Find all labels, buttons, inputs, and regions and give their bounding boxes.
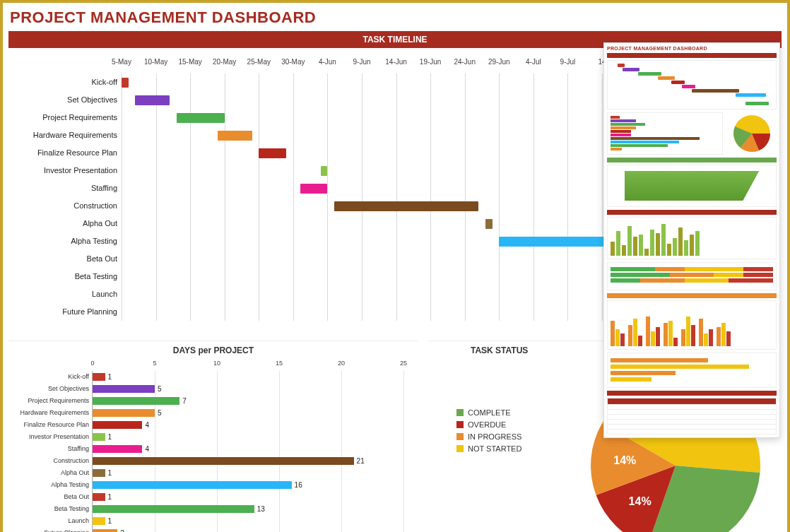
gantt-tick: 4-Jul (526, 58, 541, 66)
swatch-complete (456, 409, 464, 416)
days-tick: 5 (153, 360, 156, 367)
gantt-tick: 15-May (178, 58, 201, 66)
gantt-task-label: Beta Out (8, 250, 122, 268)
page-title: PROJECT MANAGEMENT DASHBOARD (8, 7, 782, 31)
days-task-label: Beta Out (8, 491, 92, 503)
thumb-band-4 (607, 293, 777, 298)
days-tick: 25 (400, 360, 407, 367)
days-value: 4 (145, 445, 149, 453)
gantt-task-label: Project Requirements (8, 109, 122, 126)
pie-label-overdue: 14% (629, 495, 652, 507)
thumb-band-3 (607, 210, 777, 215)
gantt-bar (218, 131, 252, 141)
legend-inprogress-label: IN PROGRESS (468, 432, 521, 441)
days-value: 2 (120, 529, 124, 532)
gantt-task-label: Launch (8, 285, 122, 303)
gantt-task-label: Investor Presentation (8, 162, 122, 179)
gantt-tick: 14-Jun (385, 58, 407, 66)
gantt-bar (300, 184, 328, 194)
gantt-task-label: Alpha Testing (8, 232, 122, 250)
days-task-label: Kick-off (8, 371, 92, 383)
thumb-stacked-bars (607, 262, 777, 290)
swatch-inprogress (456, 433, 464, 440)
thumb-hbar (607, 112, 723, 155)
thumb-small-columns (607, 300, 777, 350)
gantt-tick: 25-May (247, 58, 271, 66)
legend-notstarted: NOT STARTED (456, 444, 521, 453)
days-task-label: Hardware Requirements (8, 407, 92, 419)
thumb-band-2 (607, 158, 777, 162)
days-value: 1 (108, 517, 112, 525)
swatch-overdue (456, 421, 464, 428)
days-bar (93, 397, 179, 405)
status-legend: COMPLETE OVERDUE IN PROGRESS NOT STARTED (456, 405, 521, 456)
days-bar (93, 457, 354, 465)
days-bar (93, 469, 105, 477)
days-bar (93, 445, 142, 453)
gantt-tick: 29-Jun (488, 58, 510, 66)
days-task-label: Future Planning (8, 527, 92, 532)
days-tick: 10 (213, 360, 220, 367)
days-task-label: Set Objectives (8, 383, 92, 395)
gantt-task-label: Future Planning (8, 303, 122, 321)
days-tick: 15 (276, 360, 283, 367)
dashboard-thumbnail-strip: PROJECT MANAGEMENT DASHBOARD (603, 42, 780, 438)
gantt-tick: 30-May (281, 58, 305, 66)
days-bar (93, 409, 155, 417)
gantt-task-label: Set Objectives (8, 91, 122, 109)
legend-overdue-label: OVERDUE (468, 420, 506, 429)
gantt-task-labels: Kick-offSet ObjectivesProject Requiremen… (8, 73, 122, 321)
days-task-label: Investor Presentation (8, 431, 92, 443)
legend-overdue: OVERDUE (456, 420, 521, 429)
days-per-project-panel: DAYS per PROJECT Kick-offSet ObjectivesP… (8, 341, 418, 532)
days-tick: 0 (90, 360, 94, 367)
days-value: 4 (145, 421, 149, 429)
days-bar (93, 421, 142, 429)
thumb-columns (607, 217, 777, 259)
gantt-tick: 4-Jun (319, 58, 336, 66)
pie-label-inprogress: 14% (613, 454, 636, 466)
thumb-table (607, 398, 777, 435)
days-task-label: Finalize Resource Plan (8, 419, 92, 431)
legend-notstarted-label: NOT STARTED (468, 444, 521, 453)
thumb-days-status (607, 112, 777, 155)
days-bar (93, 493, 105, 501)
days-tick: 20 (338, 360, 345, 367)
gantt-bar (122, 78, 129, 88)
thumb-hbars-2 (607, 353, 777, 388)
days-value: 1 (108, 433, 112, 441)
thumb-pie (727, 112, 777, 155)
days-bar (93, 517, 105, 525)
days-panel-title: DAYS per PROJECT (8, 345, 418, 355)
days-task-label: Staffing (8, 443, 92, 455)
gantt-task-label: Alpha Out (8, 215, 122, 232)
days-task-labels: Kick-offSet ObjectivesProject Requiremen… (8, 371, 92, 532)
gantt-task-label: Finalize Resource Plan (8, 144, 122, 162)
gantt-task-label: Beta Testing (8, 268, 122, 285)
gantt-tick: 24-Jun (454, 58, 476, 66)
gantt-tick: 9-Jul (560, 58, 576, 66)
gantt-tick: 9-Jun (353, 58, 370, 66)
gantt-bar (135, 95, 170, 105)
days-task-label: Alpha Testing (8, 479, 92, 491)
days-task-label: Construction (8, 455, 92, 467)
legend-complete: COMPLETE (456, 408, 521, 417)
days-value: 16 (295, 481, 302, 489)
days-value: 1 (108, 493, 112, 501)
gantt-task-label: Kick-off (8, 73, 122, 91)
gantt-bar (334, 201, 478, 211)
days-bar (93, 385, 155, 393)
thumb-funnel (607, 165, 777, 207)
gantt-bar (177, 113, 225, 123)
thumb-band-1 (607, 53, 777, 58)
days-task-label: Launch (8, 515, 92, 527)
days-bar (93, 505, 254, 513)
gantt-tick: 10-May (144, 58, 167, 66)
days-bar (93, 373, 105, 381)
days-bar (93, 433, 105, 441)
days-value: 5 (158, 385, 162, 393)
gantt-bar (485, 219, 493, 229)
swatch-notstarted (456, 445, 464, 452)
gantt-bar (321, 166, 328, 176)
days-task-label: Alpha Out (8, 467, 92, 479)
